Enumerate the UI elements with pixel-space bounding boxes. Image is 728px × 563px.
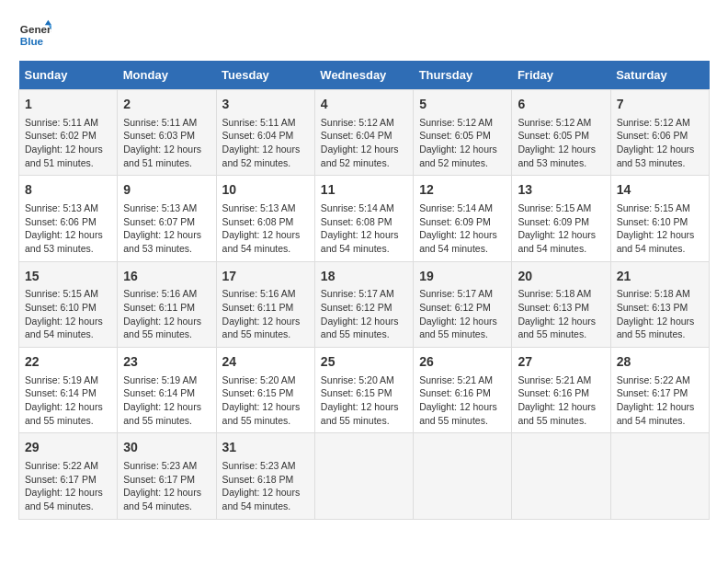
day-number: 23: [123, 353, 210, 372]
calendar-cell: 9Sunrise: 5:13 AM Sunset: 6:07 PM Daylig…: [118, 176, 216, 261]
day-header-wednesday: Wednesday: [314, 61, 413, 90]
day-header-thursday: Thursday: [414, 61, 512, 90]
day-detail: Sunrise: 5:11 AM Sunset: 6:04 PM Dayligh…: [222, 116, 309, 170]
day-number: 29: [25, 439, 111, 457]
day-number: 4: [321, 96, 407, 114]
calendar-cell: 11Sunrise: 5:14 AM Sunset: 6:08 PM Dayli…: [314, 176, 413, 261]
day-number: 28: [617, 353, 703, 372]
day-number: 13: [518, 181, 604, 200]
calendar-cell: 31Sunrise: 5:23 AM Sunset: 6:18 PM Dayli…: [216, 433, 314, 519]
calendar-cell: 28Sunrise: 5:22 AM Sunset: 6:17 PM Dayli…: [610, 348, 709, 433]
calendar-cell: 13Sunrise: 5:15 AM Sunset: 6:09 PM Dayli…: [512, 176, 610, 261]
day-detail: Sunrise: 5:23 AM Sunset: 6:18 PM Dayligh…: [222, 459, 309, 513]
calendar-cell: 25Sunrise: 5:20 AM Sunset: 6:15 PM Dayli…: [314, 348, 413, 433]
day-number: 22: [25, 353, 111, 372]
day-detail: Sunrise: 5:15 AM Sunset: 6:10 PM Dayligh…: [25, 287, 111, 341]
day-number: 5: [419, 96, 506, 114]
day-detail: Sunrise: 5:14 AM Sunset: 6:08 PM Dayligh…: [321, 201, 407, 256]
calendar-cell: 23Sunrise: 5:19 AM Sunset: 6:14 PM Dayli…: [118, 348, 216, 433]
day-detail: Sunrise: 5:15 AM Sunset: 6:10 PM Dayligh…: [617, 201, 703, 256]
day-detail: Sunrise: 5:17 AM Sunset: 6:12 PM Dayligh…: [419, 287, 506, 341]
page-header: General Blue: [18, 18, 710, 52]
day-header-tuesday: Tuesday: [216, 61, 314, 90]
day-number: 16: [123, 268, 210, 286]
day-number: 21: [617, 268, 703, 286]
calendar-cell: 6Sunrise: 5:12 AM Sunset: 6:05 PM Daylig…: [512, 90, 610, 176]
calendar-cell: 18Sunrise: 5:17 AM Sunset: 6:12 PM Dayli…: [314, 261, 413, 347]
day-number: 25: [321, 353, 407, 372]
day-detail: Sunrise: 5:11 AM Sunset: 6:03 PM Dayligh…: [123, 116, 210, 170]
calendar-cell: 12Sunrise: 5:14 AM Sunset: 6:09 PM Dayli…: [414, 176, 512, 261]
calendar-cell: 26Sunrise: 5:21 AM Sunset: 6:16 PM Dayli…: [414, 348, 512, 433]
calendar-cell: 8Sunrise: 5:13 AM Sunset: 6:06 PM Daylig…: [19, 176, 118, 261]
day-detail: Sunrise: 5:21 AM Sunset: 6:16 PM Dayligh…: [419, 373, 506, 428]
calendar-week-row: 8Sunrise: 5:13 AM Sunset: 6:06 PM Daylig…: [19, 176, 710, 261]
calendar-cell: 17Sunrise: 5:16 AM Sunset: 6:11 PM Dayli…: [216, 261, 314, 347]
day-number: 3: [222, 96, 309, 114]
day-header-sunday: Sunday: [19, 61, 118, 90]
logo: General Blue: [18, 18, 51, 52]
day-detail: Sunrise: 5:18 AM Sunset: 6:13 PM Dayligh…: [617, 287, 703, 341]
calendar-cell: 29Sunrise: 5:22 AM Sunset: 6:17 PM Dayli…: [19, 433, 118, 519]
calendar-cell: 21Sunrise: 5:18 AM Sunset: 6:13 PM Dayli…: [610, 261, 709, 347]
day-detail: Sunrise: 5:22 AM Sunset: 6:17 PM Dayligh…: [25, 459, 111, 513]
calendar-cell: 7Sunrise: 5:12 AM Sunset: 6:06 PM Daylig…: [610, 90, 709, 176]
calendar-cell: [512, 433, 610, 519]
day-number: 2: [123, 96, 210, 114]
day-detail: Sunrise: 5:12 AM Sunset: 6:06 PM Dayligh…: [617, 116, 703, 170]
calendar-cell: [610, 433, 709, 519]
day-detail: Sunrise: 5:11 AM Sunset: 6:02 PM Dayligh…: [25, 116, 111, 170]
day-detail: Sunrise: 5:13 AM Sunset: 6:06 PM Dayligh…: [25, 201, 111, 256]
calendar-cell: [414, 433, 512, 519]
calendar-cell: 16Sunrise: 5:16 AM Sunset: 6:11 PM Dayli…: [118, 261, 216, 347]
calendar-week-row: 22Sunrise: 5:19 AM Sunset: 6:14 PM Dayli…: [19, 348, 710, 433]
day-number: 14: [617, 181, 703, 200]
day-detail: Sunrise: 5:12 AM Sunset: 6:04 PM Dayligh…: [321, 116, 407, 170]
day-number: 26: [419, 353, 506, 372]
day-header-friday: Friday: [512, 61, 610, 90]
day-number: 30: [123, 439, 210, 457]
calendar-cell: 14Sunrise: 5:15 AM Sunset: 6:10 PM Dayli…: [610, 176, 709, 261]
calendar-cell: 10Sunrise: 5:13 AM Sunset: 6:08 PM Dayli…: [216, 176, 314, 261]
day-number: 9: [123, 181, 210, 200]
calendar-week-row: 15Sunrise: 5:15 AM Sunset: 6:10 PM Dayli…: [19, 261, 710, 347]
day-detail: Sunrise: 5:13 AM Sunset: 6:08 PM Dayligh…: [222, 201, 309, 256]
calendar-cell: 30Sunrise: 5:23 AM Sunset: 6:17 PM Dayli…: [118, 433, 216, 519]
calendar-week-row: 1Sunrise: 5:11 AM Sunset: 6:02 PM Daylig…: [19, 90, 710, 176]
calendar-table: SundayMondayTuesdayWednesdayThursdayFrid…: [18, 61, 710, 520]
calendar-cell: 20Sunrise: 5:18 AM Sunset: 6:13 PM Dayli…: [512, 261, 610, 347]
calendar-week-row: 29Sunrise: 5:22 AM Sunset: 6:17 PM Dayli…: [19, 433, 710, 519]
day-detail: Sunrise: 5:16 AM Sunset: 6:11 PM Dayligh…: [222, 287, 309, 341]
day-detail: Sunrise: 5:12 AM Sunset: 6:05 PM Dayligh…: [419, 116, 506, 170]
day-number: 11: [321, 181, 407, 200]
calendar-cell: 3Sunrise: 5:11 AM Sunset: 6:04 PM Daylig…: [216, 90, 314, 176]
logo-icon: General Blue: [18, 18, 51, 52]
day-detail: Sunrise: 5:19 AM Sunset: 6:14 PM Dayligh…: [123, 373, 210, 428]
day-detail: Sunrise: 5:21 AM Sunset: 6:16 PM Dayligh…: [518, 373, 604, 428]
day-detail: Sunrise: 5:14 AM Sunset: 6:09 PM Dayligh…: [419, 201, 506, 256]
day-header-monday: Monday: [118, 61, 216, 90]
day-number: 8: [25, 181, 111, 200]
day-detail: Sunrise: 5:13 AM Sunset: 6:07 PM Dayligh…: [123, 201, 210, 256]
calendar-cell: 27Sunrise: 5:21 AM Sunset: 6:16 PM Dayli…: [512, 348, 610, 433]
day-number: 7: [617, 96, 703, 114]
day-detail: Sunrise: 5:18 AM Sunset: 6:13 PM Dayligh…: [518, 287, 604, 341]
calendar-cell: 24Sunrise: 5:20 AM Sunset: 6:15 PM Dayli…: [216, 348, 314, 433]
day-detail: Sunrise: 5:20 AM Sunset: 6:15 PM Dayligh…: [222, 373, 309, 428]
day-detail: Sunrise: 5:15 AM Sunset: 6:09 PM Dayligh…: [518, 201, 604, 256]
day-detail: Sunrise: 5:22 AM Sunset: 6:17 PM Dayligh…: [617, 373, 703, 428]
day-detail: Sunrise: 5:20 AM Sunset: 6:15 PM Dayligh…: [321, 373, 407, 428]
day-detail: Sunrise: 5:16 AM Sunset: 6:11 PM Dayligh…: [123, 287, 210, 341]
calendar-cell: 1Sunrise: 5:11 AM Sunset: 6:02 PM Daylig…: [19, 90, 118, 176]
day-number: 20: [518, 268, 604, 286]
day-detail: Sunrise: 5:19 AM Sunset: 6:14 PM Dayligh…: [25, 373, 111, 428]
day-number: 19: [419, 268, 506, 286]
calendar-cell: 19Sunrise: 5:17 AM Sunset: 6:12 PM Dayli…: [414, 261, 512, 347]
day-detail: Sunrise: 5:23 AM Sunset: 6:17 PM Dayligh…: [123, 459, 210, 513]
calendar-cell: 15Sunrise: 5:15 AM Sunset: 6:10 PM Dayli…: [19, 261, 118, 347]
calendar-cell: 2Sunrise: 5:11 AM Sunset: 6:03 PM Daylig…: [118, 90, 216, 176]
day-number: 27: [518, 353, 604, 372]
day-header-saturday: Saturday: [610, 61, 709, 90]
calendar-header-row: SundayMondayTuesdayWednesdayThursdayFrid…: [19, 61, 710, 90]
day-number: 31: [222, 439, 309, 457]
